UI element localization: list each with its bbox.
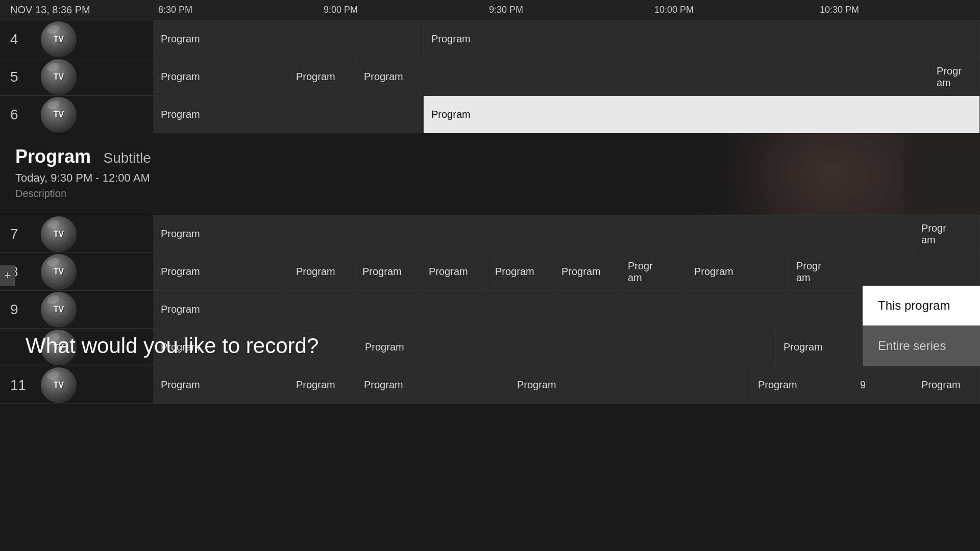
time-track: 8:30 PM 9:00 PM 9:30 PM 10:00 PM 10:30 P… (153, 5, 980, 15)
channel-number-4: 4 (10, 31, 36, 47)
channel-logo-11: TV (41, 367, 77, 403)
channel-info-6: 6 TV (0, 96, 153, 133)
channel-number-9: 9 (10, 302, 36, 318)
channel-logo-6: TV (41, 97, 77, 133)
record-this-program-button[interactable]: This program (863, 286, 980, 326)
channel-logo-8: TV (41, 254, 77, 290)
channel-row-6: 6 TV Program Program Program Subtitle To… (0, 96, 980, 215)
program-cell[interactable]: Program (153, 20, 424, 58)
detail-title: Program (15, 146, 91, 167)
time-slot-3: 9:30 PM (484, 5, 649, 15)
channel-row-11: 11 TV Program Program Program Program Pr… (0, 366, 980, 404)
programs-row-5: Program Program Program Program (153, 58, 980, 95)
program-cell[interactable]: Program (288, 366, 356, 404)
programs-row-4: Program Program (153, 20, 980, 58)
program-cell[interactable]: Program (153, 329, 357, 366)
channel-row-8: 8 TV Program Program Program Program Pro… (0, 253, 980, 291)
program-cell[interactable]: Program (750, 366, 852, 404)
program-cell[interactable]: Program (356, 366, 509, 404)
channel-row-10: TV Program Program Program What would yo… (0, 329, 980, 366)
program-cell[interactable]: Program (914, 215, 980, 253)
programs-row-10: Program Program Program (153, 329, 980, 366)
add-button[interactable]: + (0, 265, 15, 286)
programs-row-9: Program (153, 291, 980, 328)
program-cell[interactable]: Program (421, 253, 487, 290)
program-cell[interactable]: Program (153, 253, 288, 290)
record-entire-series-button[interactable]: Entire series (863, 326, 980, 366)
program-cell[interactable]: 9 (852, 366, 914, 404)
detail-description: Description (15, 188, 965, 199)
program-cell[interactable]: Program (789, 253, 980, 290)
channel-number-11: 11 (10, 377, 36, 393)
current-datetime: NOV 13, 8:36 PM (10, 4, 90, 16)
channel-number-7: 7 (10, 226, 36, 242)
programs-row-7: Program Program (153, 215, 980, 253)
channel-number-5: 5 (10, 69, 36, 85)
program-cell[interactable]: Program (153, 96, 424, 133)
program-cell[interactable]: Program (487, 253, 554, 290)
program-cell[interactable]: Program (357, 329, 776, 366)
channel-logo-5: TV (41, 59, 77, 95)
channel-info-4: 4 TV (0, 20, 153, 58)
time-slot-4: 10:00 PM (649, 5, 815, 15)
channel-info-11: 11 TV (0, 366, 153, 404)
program-cell[interactable]: Program (355, 253, 421, 290)
program-cell[interactable]: Program (424, 20, 980, 58)
channel-row-4: 4 TV Program Program (0, 20, 980, 58)
program-cell[interactable]: Program (620, 253, 687, 290)
channel-row-9: 9 TV Program This program Entire series (0, 291, 980, 329)
time-slot-2: 9:00 PM (318, 5, 484, 15)
program-cell[interactable]: Program (288, 253, 355, 290)
time-slot-1: 8:30 PM (153, 5, 318, 15)
program-cell[interactable]: Program (687, 253, 789, 290)
channel-logo-4: TV (41, 21, 77, 57)
program-cell[interactable]: Program (288, 58, 356, 95)
programs-row-6: Program Program (153, 96, 980, 133)
program-cell[interactable]: Program (509, 366, 750, 404)
channel-info-9: 9 TV (0, 291, 153, 328)
program-detail-panel: Program Subtitle Today, 9:30 PM - 12:00 … (0, 133, 980, 215)
channel-row-5: 5 TV Program Program Program Program (0, 58, 980, 96)
channel-logo-7: TV (41, 216, 77, 252)
channel-info-8: 8 TV (0, 253, 153, 290)
detail-time: Today, 9:30 PM - 12:00 AM (15, 171, 965, 185)
program-cell[interactable]: Program (554, 253, 620, 290)
channel-logo-9: TV (41, 292, 77, 328)
channel-info-10: TV (0, 329, 153, 366)
detail-subtitle: Subtitle (104, 150, 151, 166)
channel-number-6: 6 (10, 107, 36, 123)
time-slot-5: 10:30 PM (815, 5, 980, 15)
program-cell[interactable]: Program (929, 58, 980, 95)
program-cell[interactable]: Program (356, 58, 929, 95)
channel-row-7: 7 TV Program Program (0, 215, 980, 253)
channel-info-7: 7 TV (0, 215, 153, 253)
program-cell[interactable]: Program (153, 58, 288, 95)
program-cell[interactable]: Program (914, 366, 980, 404)
program-cell[interactable]: Program (153, 291, 980, 328)
program-cell-selected[interactable]: Program (424, 96, 980, 133)
programs-row-11: Program Program Program Program Program … (153, 366, 980, 404)
program-cell[interactable]: Program (153, 215, 914, 253)
time-header: NOV 13, 8:36 PM 8:30 PM 9:00 PM 9:30 PM … (0, 0, 980, 20)
channel-info-5: 5 TV (0, 58, 153, 95)
channel-logo-10: TV (41, 330, 77, 365)
program-cell[interactable]: Program (153, 366, 288, 404)
epg-grid: 4 TV Program Program 5 TV Program Progra… (0, 20, 980, 551)
programs-row-8: Program Program Program Program Program … (153, 253, 980, 290)
